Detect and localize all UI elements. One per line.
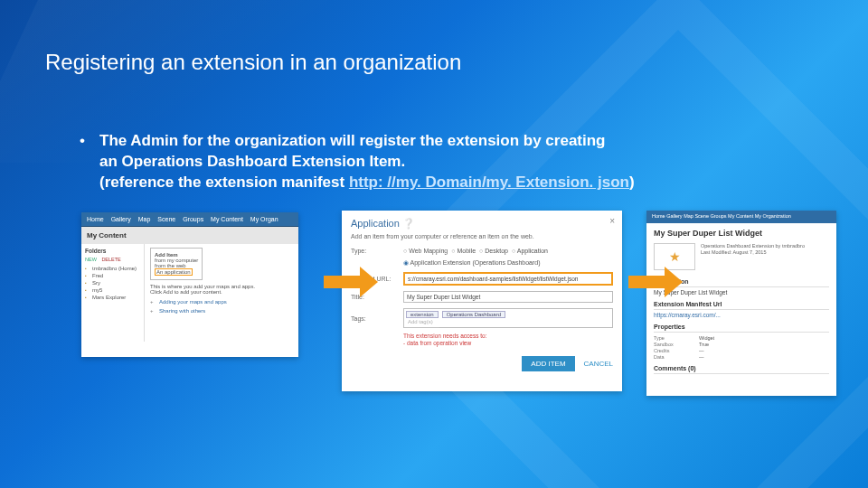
props-heading: Properties [654, 324, 829, 330]
tag-chip[interactable]: Operations Dashboard [442, 311, 505, 318]
slide: Registering an extension in an organizat… [0, 0, 868, 488]
perm-title: This extension needs access to: [403, 333, 487, 339]
dialog-sub: Add an item from your computer or refere… [342, 233, 622, 245]
manifest-link[interactable]: http: //my. Domain/my. Extension. json [349, 174, 629, 191]
new-folder-button[interactable]: NEW [85, 257, 97, 262]
nav-item[interactable]: My Organ [250, 216, 278, 222]
item-modified: Last Modified: August 7, 2015 [701, 249, 805, 256]
type-radio[interactable]: Web Mapping [403, 248, 448, 254]
tag-placeholder: Add tag(s) [406, 318, 610, 325]
tip-link[interactable]: Sharing with others [150, 306, 293, 315]
nav-item[interactable]: Groups [183, 216, 203, 222]
add-opt-application[interactable]: An application [155, 268, 193, 276]
folders-heading: Folders [85, 248, 140, 254]
folder-item[interactable]: Fred [85, 272, 140, 279]
title-input[interactable]: My Super Duper List Widget [403, 291, 613, 303]
item-meta: Operations Dashboard Extension by tmbrad… [701, 243, 805, 270]
tab-mycontent[interactable]: My Content [87, 231, 127, 239]
bullet-text: The Admin for the organization will regi… [99, 131, 714, 193]
nav-item[interactable]: Scene [157, 216, 175, 222]
bullet-l1: The Admin for the organization will regi… [99, 132, 606, 149]
folders-pane: Folders NEW DELETE tmbradbro (Home) Fred… [81, 244, 145, 342]
type-radio-selected[interactable]: Application Extension (Operations Dashbo… [403, 259, 541, 267]
tags-input[interactable]: extension Operations Dashboard Add tag(s… [403, 308, 613, 328]
cancel-button[interactable]: CANCEL [584, 360, 613, 368]
add-item-button[interactable]: ADD ITEM [522, 356, 574, 371]
my-content-screenshot: Home Gallery Map Scene Groups My Content… [81, 212, 298, 357]
bullet-l3a: (reference the extension manifest [99, 174, 349, 191]
screenshots-row: Home Gallery Map Scene Groups My Content… [81, 212, 814, 402]
item-details-screenshot: Home Gallery Map Scene Groups My Content… [646, 211, 836, 396]
dialog-title: Application [351, 218, 400, 229]
add-item-menu[interactable]: Add Item from my computer from the web A… [150, 248, 203, 280]
top-nav: Home Gallery Map Scene Groups My Content… [81, 212, 298, 227]
bullet-l3b: ) [629, 174, 635, 191]
folder-item[interactable]: Sry [85, 279, 140, 286]
close-icon[interactable]: × [609, 216, 615, 226]
breadcrumb: Home Gallery Map Scene Groups My Content… [646, 211, 836, 221]
tags-label: Tags: [351, 315, 403, 322]
folder-item[interactable]: my5 [85, 286, 140, 294]
folder-item[interactable]: Mars Explorer [85, 294, 140, 301]
manifest-url-input[interactable]: s://cmaray.esri.com/dashboard-samples/li… [403, 272, 613, 286]
tip-link[interactable]: Adding your maps and apps [150, 297, 293, 306]
item-type-owner: Operations Dashboard Extension by tmbrad… [701, 243, 805, 249]
item-title: My Super Duper List Widget [646, 223, 836, 241]
nav-item[interactable]: Map [138, 216, 151, 222]
tag-chip[interactable]: extension [406, 311, 439, 318]
manifest-url[interactable]: https://cmaray.esri.com/... [654, 312, 829, 318]
delete-folder-button[interactable]: DELETE [101, 257, 120, 262]
application-dialog: × Application❔ Add an item from your com… [342, 211, 622, 391]
type-radio[interactable]: Application [512, 248, 548, 254]
manifest-heading: Extension Manifest Url [654, 301, 829, 307]
folder-item[interactable]: tmbradbro (Home) [85, 265, 140, 272]
slide-title: Registering an extension in an organizat… [45, 50, 461, 75]
prop-row: SandboxTrue [654, 341, 829, 347]
content-area: Add Item from my computer from the web A… [145, 244, 298, 342]
type-radio[interactable]: Desktop [479, 248, 508, 254]
nav-item[interactable]: My Content [211, 216, 243, 222]
bullet-l2: an Operations Dashboard Extension Item. [99, 153, 405, 170]
widget-icon: ★ [669, 249, 681, 264]
empty-hint: Click Add to add your content. [150, 289, 293, 295]
nav-item[interactable]: Gallery [111, 216, 131, 222]
nav-item[interactable]: Home [87, 216, 104, 222]
prop-row: TypeWidget [654, 334, 829, 341]
prop-row: Data— [654, 353, 829, 360]
help-icon[interactable]: ❔ [402, 218, 415, 229]
prop-row: Credits— [654, 347, 829, 353]
comments-heading: Comments (0) [654, 365, 829, 371]
type-radio[interactable]: Mobile [451, 248, 476, 254]
type-label: Type: [351, 248, 403, 254]
perm-item: - data from operation view [403, 340, 471, 346]
permissions-note: This extension needs access to: - data f… [403, 333, 613, 347]
